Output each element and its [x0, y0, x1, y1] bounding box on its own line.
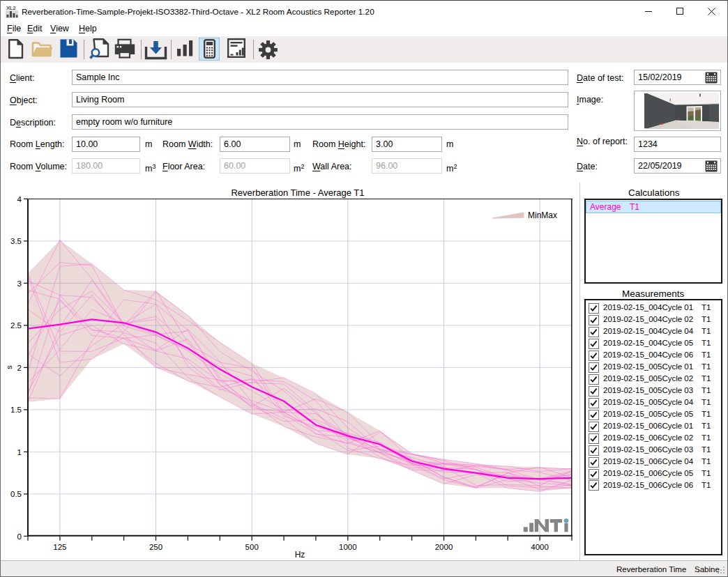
svg-text:1: 1: [17, 448, 22, 456]
svg-text:3: 3: [17, 279, 22, 288]
svg-text:125: 125: [53, 543, 66, 551]
svg-text:0.5: 0.5: [10, 490, 22, 498]
svg-text:MinMax: MinMax: [528, 210, 557, 220]
svg-text:Reverberation Time - Average T: Reverberation Time - Average T1: [231, 187, 364, 198]
svg-text:1000: 1000: [339, 543, 357, 551]
svg-text:1.5: 1.5: [10, 406, 22, 414]
svg-text:2: 2: [17, 364, 22, 372]
svg-text:250: 250: [149, 543, 162, 551]
svg-text:500: 500: [245, 543, 259, 551]
svg-text:s: s: [5, 365, 13, 369]
svg-text:2.5: 2.5: [10, 321, 22, 330]
svg-text:2000: 2000: [435, 543, 453, 551]
svg-text:Hz: Hz: [295, 550, 305, 560]
svg-text:4: 4: [17, 195, 22, 203]
svg-text:0: 0: [17, 532, 22, 541]
svg-text:3.5: 3.5: [10, 237, 22, 245]
svg-text:4000: 4000: [531, 543, 549, 551]
